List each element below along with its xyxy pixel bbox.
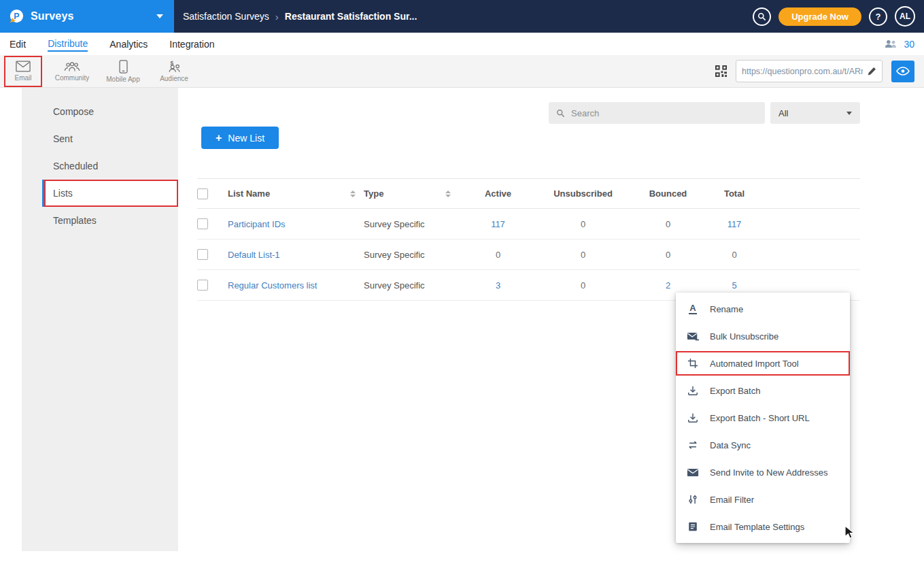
unsubscribed-count: 0 xyxy=(537,209,629,239)
lists-table: List Name Type Active Unsubscribed Bounc… xyxy=(197,178,860,301)
avatar[interactable]: AL xyxy=(895,6,915,27)
sidebar-item-lists-label: Lists xyxy=(53,188,73,199)
list-type: Survey Specific xyxy=(364,270,459,301)
toolbar-link-tools xyxy=(715,60,914,82)
search-input[interactable] xyxy=(571,108,757,118)
qr-code-icon[interactable] xyxy=(715,65,727,77)
tab-analytics[interactable]: Analytics xyxy=(109,37,148,51)
distribute-toolbar: Email Community Mobile App $ xyxy=(0,55,924,88)
respondents-icon xyxy=(884,39,897,48)
menu-item-rename[interactable]: A Rename xyxy=(676,295,850,323)
sort-icon[interactable] xyxy=(445,191,451,197)
menu-item-export-batch-short-url[interactable]: Export Batch - Short URL xyxy=(676,404,850,431)
template-icon xyxy=(687,521,699,532)
row-checkbox[interactable] xyxy=(197,249,208,260)
channel-mobile-app-label: Mobile App xyxy=(106,76,139,83)
edit-url-icon[interactable] xyxy=(867,67,876,76)
eye-icon xyxy=(896,67,910,76)
header-total: Total xyxy=(707,179,762,209)
channel-community-label: Community xyxy=(55,74,90,82)
search-button[interactable] xyxy=(753,7,771,26)
table-row: Participant IDs Survey Specific 117 0 0 … xyxy=(197,209,860,239)
filter-sliders-icon xyxy=(687,494,699,505)
header-list-name[interactable]: List Name xyxy=(228,188,364,199)
unsubscribed-count: 0 xyxy=(537,239,629,270)
breadcrumb: Satisfaction Surveys › Restaurant Satisf… xyxy=(183,11,417,22)
list-type: Survey Specific xyxy=(364,239,459,270)
menu-item-data-sync[interactable]: Data Sync xyxy=(676,431,850,459)
channel-email[interactable]: Email xyxy=(4,56,42,87)
active-count[interactable]: 3 xyxy=(459,270,537,301)
community-icon xyxy=(64,61,80,72)
menu-item-bulk-unsubscribe[interactable]: Bulk Unsubscribe xyxy=(676,323,850,350)
select-all-checkbox[interactable] xyxy=(197,188,208,199)
mail-icon xyxy=(687,467,699,478)
mouse-cursor-icon xyxy=(843,525,857,543)
email-icon xyxy=(16,61,31,72)
rename-icon: A xyxy=(687,303,699,314)
respondent-count[interactable]: 30 xyxy=(904,39,914,50)
row-checkbox[interactable] xyxy=(197,218,208,229)
active-count: 0 xyxy=(459,239,537,270)
bounced-count: 0 xyxy=(629,239,707,270)
header-active: Active xyxy=(459,179,537,209)
sidebar-item-compose[interactable]: Compose xyxy=(42,98,178,125)
table-row: Default List-1 Survey Specific 0 0 0 0 xyxy=(197,239,860,270)
header-type[interactable]: Type xyxy=(364,188,459,199)
sidebar-item-templates[interactable]: Templates xyxy=(42,207,178,234)
menu-item-automated-import-tool[interactable]: Automated Import Tool xyxy=(676,350,850,377)
bounced-count: 0 xyxy=(629,209,707,239)
svg-text:P: P xyxy=(14,11,19,20)
table-header-row: List Name Type Active Unsubscribed Bounc… xyxy=(197,179,860,209)
menu-item-send-invite[interactable]: Send Invite to New Addresses xyxy=(676,459,850,486)
tab-integration[interactable]: Integration xyxy=(169,37,214,51)
channel-community[interactable]: Community xyxy=(53,56,91,87)
list-name-link[interactable]: Default List-1 xyxy=(228,250,280,260)
breadcrumb-separator-icon: › xyxy=(275,11,279,22)
channel-email-label: Email xyxy=(14,74,31,82)
menu-item-email-filter[interactable]: Email Filter xyxy=(676,486,850,513)
new-list-label: New List xyxy=(228,133,264,144)
preview-button[interactable] xyxy=(891,61,914,82)
tab-distribute[interactable]: Distribute xyxy=(48,37,88,52)
channel-mobile-app[interactable]: Mobile App xyxy=(102,56,144,87)
topbar: P Surveys Satisfaction Surveys › Restaur… xyxy=(0,0,924,33)
product-switcher[interactable]: P Surveys xyxy=(0,0,174,33)
header-unsubscribed: Unsubscribed xyxy=(537,179,629,209)
breadcrumb-parent[interactable]: Satisfaction Surveys xyxy=(183,11,269,22)
crop-import-icon xyxy=(687,358,699,369)
list-name-link[interactable]: Regular Customers list xyxy=(228,280,318,291)
sort-icon[interactable] xyxy=(350,191,356,197)
survey-url-input[interactable] xyxy=(742,67,863,76)
section-tabs: Edit Distribute Analytics Integration 30 xyxy=(0,33,924,55)
survey-url-field xyxy=(736,60,883,82)
active-count[interactable]: 117 xyxy=(459,209,537,239)
row-checkbox[interactable] xyxy=(197,280,208,291)
respondents-summary: 30 xyxy=(884,39,914,50)
filter-value: All xyxy=(778,108,788,118)
sync-icon xyxy=(687,440,699,450)
tab-edit[interactable]: Edit xyxy=(10,37,26,51)
download-icon xyxy=(687,412,699,423)
total-count[interactable]: 117 xyxy=(707,209,762,239)
list-filter-dropdown[interactable]: All xyxy=(770,102,860,124)
breadcrumb-current: Restaurant Satisfaction Sur... xyxy=(285,11,417,22)
sidebar-item-scheduled[interactable]: Scheduled xyxy=(42,152,178,180)
channel-audience[interactable]: $ Audience xyxy=(155,56,193,87)
search-icon xyxy=(556,109,565,118)
help-button[interactable]: ? xyxy=(869,7,887,26)
list-name-link[interactable]: Participant IDs xyxy=(228,219,286,229)
upgrade-button[interactable]: Upgrade Now xyxy=(778,7,861,26)
plus-icon: + xyxy=(216,133,222,144)
menu-item-email-template-settings[interactable]: Email Template Settings xyxy=(676,513,850,540)
topbar-actions: Upgrade Now ? AL xyxy=(753,6,924,27)
list-controls: All xyxy=(197,102,860,124)
sidebar-item-sent[interactable]: Sent xyxy=(42,125,178,152)
sidebar-item-lists[interactable]: Lists xyxy=(42,180,178,207)
channel-audience-label: Audience xyxy=(160,75,188,82)
email-sidebar: Compose Sent Scheduled Lists Templates xyxy=(22,88,178,551)
download-icon xyxy=(687,385,699,396)
menu-item-export-batch[interactable]: Export Batch xyxy=(676,377,850,404)
new-list-button[interactable]: + New List xyxy=(201,127,279,149)
list-search xyxy=(549,102,765,124)
